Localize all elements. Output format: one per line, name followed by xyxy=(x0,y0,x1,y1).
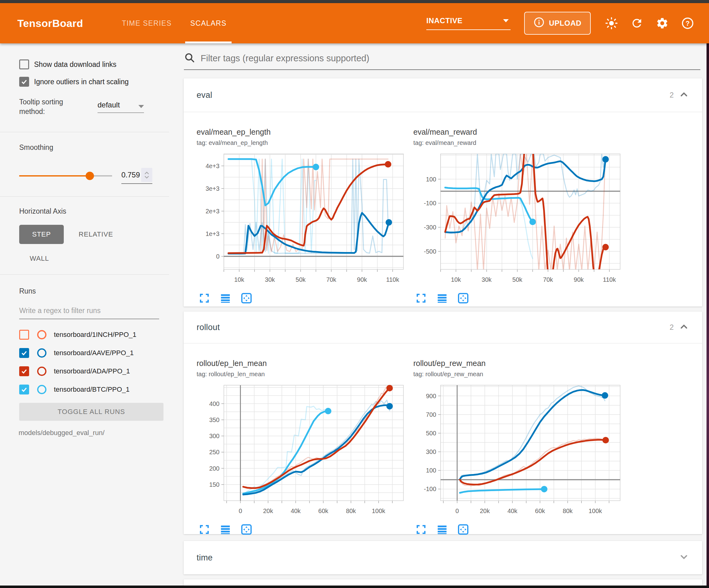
data-table-icon[interactable] xyxy=(219,523,231,537)
svg-text:300: 300 xyxy=(426,449,436,455)
fullscreen-icon[interactable] xyxy=(199,292,210,305)
refresh-icon[interactable] xyxy=(630,17,644,30)
line-chart[interactable]: 150200250300350400020k40k60k80k100k xyxy=(196,381,407,519)
run-checkbox[interactable] xyxy=(19,330,29,340)
runs-filter-placeholder: Write a regex to filter runs xyxy=(19,307,101,314)
svg-text:300: 300 xyxy=(209,433,219,439)
line-chart[interactable]: -100100300500700900020k40k60k80k100k xyxy=(413,381,624,519)
section-header-eval[interactable]: eval 2 xyxy=(184,78,702,112)
fullscreen-icon[interactable] xyxy=(415,523,427,537)
run-color-circle[interactable] xyxy=(37,366,47,376)
chart-rollout-ep-rew-mean: rollout/ep_rew_mean tag: rollout/ep_rew_… xyxy=(413,359,630,537)
show-download-links-label: Show data download links xyxy=(34,60,116,69)
fit-to-view-icon[interactable] xyxy=(457,292,469,305)
fit-to-view-icon[interactable] xyxy=(241,523,252,537)
scrollbar[interactable] xyxy=(707,43,709,586)
svg-text:90k: 90k xyxy=(357,276,367,283)
tab-scalars[interactable]: SCALARS xyxy=(181,3,236,43)
section-card-stub xyxy=(184,579,702,586)
status-dropdown[interactable]: INACTIVE xyxy=(426,17,510,30)
ignore-outliers-label: Ignore outliers in chart scaling xyxy=(34,78,129,86)
tooltip-sorting-label: Tooltip sorting method: xyxy=(19,97,83,117)
help-icon[interactable]: ? xyxy=(681,17,694,30)
fullscreen-icon[interactable] xyxy=(415,292,427,305)
svg-text:100: 100 xyxy=(426,467,436,474)
spinner-stepper[interactable] xyxy=(141,168,152,182)
chevron-down-icon[interactable] xyxy=(679,552,689,564)
run-checkbox[interactable] xyxy=(19,348,29,358)
toggle-all-runs-button[interactable]: TOGGLE ALL RUNS xyxy=(19,403,163,421)
axis-step-button[interactable]: STEP xyxy=(19,225,64,244)
svg-text:250: 250 xyxy=(209,449,219,456)
smoothing-label: Smoothing xyxy=(19,143,164,152)
svg-text:20k: 20k xyxy=(480,508,490,514)
svg-text:3e+3: 3e+3 xyxy=(206,185,219,192)
data-table-icon[interactable] xyxy=(436,292,448,305)
svg-text:40k: 40k xyxy=(291,508,301,514)
settings-gear-icon[interactable] xyxy=(656,17,669,30)
run-color-circle[interactable] xyxy=(37,348,47,358)
run-item[interactable]: tensorboard/1INCH/PPO_1 xyxy=(19,330,164,340)
run-item[interactable]: tensorboard/AAVE/PPO_1 xyxy=(19,348,164,358)
svg-text:10k: 10k xyxy=(451,276,461,283)
chart-tag: tag: rollout/ep_rew_mean xyxy=(413,370,630,378)
run-color-circle[interactable] xyxy=(37,385,47,394)
brightness-icon[interactable] xyxy=(605,17,618,30)
search-icon xyxy=(184,52,195,65)
window-bottom-bar xyxy=(0,586,709,588)
svg-text:100k: 100k xyxy=(588,508,602,514)
run-item[interactable]: tensorboard/BTC/PPO_1 xyxy=(19,385,164,394)
svg-text:0: 0 xyxy=(216,253,219,260)
section-card-eval: eval 2 eval/mean_ep_length tag: eval/mea… xyxy=(184,78,702,307)
data-table-icon[interactable] xyxy=(436,523,448,537)
svg-text:350: 350 xyxy=(209,416,219,423)
chart-eval-mean-reward: eval/mean_reward tag: eval/mean_reward 1… xyxy=(413,128,630,305)
section-header-rollout[interactable]: rollout 2 xyxy=(184,311,702,343)
svg-text:-300: -300 xyxy=(424,224,436,231)
smoothing-slider-handle[interactable] xyxy=(85,172,94,180)
svg-text:4e+3: 4e+3 xyxy=(206,162,219,169)
axis-wall-button[interactable]: WALL xyxy=(30,255,164,262)
ignore-outliers-checkbox[interactable] xyxy=(19,77,29,87)
run-checkbox[interactable] xyxy=(19,385,29,394)
run-checkbox[interactable] xyxy=(19,366,29,376)
data-table-icon[interactable] xyxy=(219,292,231,305)
section-title: time xyxy=(196,553,213,563)
run-color-circle[interactable] xyxy=(37,330,47,339)
runs-base-path: models/debugged_eval_run/ xyxy=(19,429,164,437)
line-chart[interactable]: 01e+32e+33e+34e+310k30k50k70k90k110k xyxy=(196,150,407,288)
tab-time-series[interactable]: TIME SERIES xyxy=(112,3,181,43)
line-chart[interactable]: 100-100-300-50010k30k50k70k90k110k xyxy=(413,150,624,288)
svg-text:150: 150 xyxy=(209,481,219,488)
fit-to-view-icon[interactable] xyxy=(457,523,469,537)
svg-text:10k: 10k xyxy=(234,276,244,283)
svg-text:80k: 80k xyxy=(346,508,356,514)
settings-sidebar: Show data download links Ignore outliers… xyxy=(0,43,169,586)
tooltip-sorting-select[interactable]: default xyxy=(98,101,144,113)
run-name: tensorboard/1INCH/PPO_1 xyxy=(54,331,136,339)
chart-title: eval/mean_reward xyxy=(413,128,630,136)
section-header-time[interactable]: time xyxy=(184,541,702,574)
fit-to-view-icon[interactable] xyxy=(241,292,252,305)
show-download-links-checkbox[interactable] xyxy=(19,59,29,69)
run-item[interactable]: tensorboard/ADA/PPO_1 xyxy=(19,366,164,376)
show-download-links-row[interactable]: Show data download links xyxy=(19,59,164,69)
filter-tags-input[interactable]: Filter tags (regular expressions support… xyxy=(184,52,700,70)
chevron-up-icon[interactable] xyxy=(679,89,689,101)
svg-text:900: 900 xyxy=(426,393,436,400)
chevron-up-icon[interactable] xyxy=(679,322,689,333)
ignore-outliers-row[interactable]: Ignore outliers in chart scaling xyxy=(19,77,164,87)
upload-button[interactable]: UPLOAD xyxy=(524,12,591,35)
section-count: 2 xyxy=(670,91,674,99)
svg-text:110k: 110k xyxy=(386,276,399,283)
smoothing-value-input[interactable]: 0.759 xyxy=(121,168,152,184)
svg-text:20k: 20k xyxy=(263,508,273,514)
svg-text:0: 0 xyxy=(455,508,459,514)
runs-filter-input[interactable]: Write a regex to filter runs xyxy=(19,307,159,319)
nav-tabs: TIME SERIES SCALARS xyxy=(112,3,236,43)
window-top-bar xyxy=(0,0,709,3)
axis-relative-button[interactable]: RELATIVE xyxy=(79,230,113,238)
fullscreen-icon[interactable] xyxy=(199,523,210,537)
horizontal-axis-label: Horizontal Axis xyxy=(19,207,164,215)
smoothing-slider[interactable] xyxy=(19,175,112,177)
